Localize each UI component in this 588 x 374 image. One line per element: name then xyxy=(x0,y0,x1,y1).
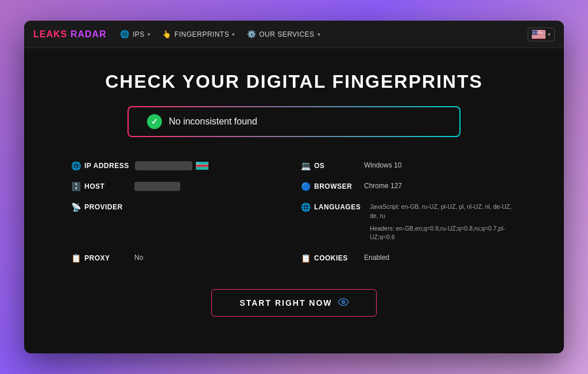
info-row-proxy: 📋 PROXY No xyxy=(64,248,294,268)
chevron-down-icon: ▾ xyxy=(148,32,151,37)
languages-label: 🌐 LANGUAGES xyxy=(301,202,364,212)
languages-value: JavaScript: en-GB, ru-UZ, pl-UZ, pl, nl-… xyxy=(370,202,517,242)
nav-item-services[interactable]: ⚙️ OUR SERVICES ▾ xyxy=(247,30,320,38)
svg-rect-4 xyxy=(532,34,546,35)
nav-label-fingerprints: FINGERPRINTS xyxy=(175,30,229,38)
ip-label-text: IP ADDRESS xyxy=(84,162,129,170)
brand-logo[interactable]: LEAKS RADAR xyxy=(33,29,106,40)
status-check-icon xyxy=(147,114,162,129)
brand-radar: RADAR xyxy=(67,29,106,39)
globe-icon: 🌐 xyxy=(120,30,130,38)
nav-items: 🌐 IPS ▾ 👆 FINGERPRINTS ▾ ⚙️ OUR SERVICES… xyxy=(120,30,514,38)
ip-blurred xyxy=(135,161,192,170)
cookies-label: 📋 COOKIES xyxy=(301,254,358,263)
language-selector[interactable]: ★★★★★★ ★★★★★ ★★★★★★ ▾ xyxy=(528,28,555,41)
brand-leaks: LEAKS xyxy=(33,29,67,39)
info-row-provider: 📡 PROVIDER xyxy=(64,197,294,248)
proxy-icon: 📋 xyxy=(71,254,81,263)
browser-icon: 🔵 xyxy=(301,182,311,191)
svg-rect-5 xyxy=(532,36,546,37)
main-content: CHECK YOUR DIGITAL FINGERPRINTS No incon… xyxy=(24,48,564,353)
provider-label: 📡 PROVIDER xyxy=(71,202,129,212)
svg-rect-6 xyxy=(532,37,546,38)
os-icon: 💻 xyxy=(301,161,311,170)
status-banner: No inconsistent found xyxy=(129,107,459,136)
host-label: 🗄️ HOST xyxy=(71,182,129,191)
proxy-label: 📋 PROXY xyxy=(71,254,129,263)
uzbekistan-flag-icon xyxy=(196,162,208,170)
info-row-ip: 🌐 IP ADDRESS xyxy=(64,155,294,176)
os-label-text: OS xyxy=(314,162,324,170)
provider-icon: 📡 xyxy=(71,202,81,212)
nav-item-ips[interactable]: 🌐 IPS ▾ xyxy=(120,30,150,38)
info-row-languages: 🌐 LANGUAGES JavaScript: en-GB, ru-UZ, pl… xyxy=(294,197,524,248)
browser-value: Chrome 127 xyxy=(364,182,402,190)
provider-label-text: PROVIDER xyxy=(84,203,123,211)
svg-point-20 xyxy=(343,302,344,303)
eye-icon xyxy=(338,298,349,308)
svg-rect-15 xyxy=(196,167,208,170)
page-title: CHECK YOUR DIGITAL FINGERPRINTS xyxy=(105,71,483,92)
host-blurred xyxy=(134,182,180,191)
start-button[interactable]: START RIGHT NOW xyxy=(211,289,376,317)
info-row-os: 💻 OS Windows 10 xyxy=(294,155,524,176)
us-flag-icon: ★★★★★★ ★★★★★ ★★★★★★ xyxy=(532,30,546,39)
os-value: Windows 10 xyxy=(364,161,401,169)
navbar: LEAKS RADAR 🌐 IPS ▾ 👆 FINGERPRINTS ▾ ⚙️ … xyxy=(24,21,564,48)
main-window: LEAKS RADAR 🌐 IPS ▾ 👆 FINGERPRINTS ▾ ⚙️ … xyxy=(24,21,564,353)
svg-text:★★★★★★: ★★★★★★ xyxy=(532,30,543,32)
flag-chevron-icon: ▾ xyxy=(548,32,551,37)
proxy-value: No xyxy=(134,254,143,262)
languages-icon: 🌐 xyxy=(301,202,311,212)
chevron-down-icon-2: ▾ xyxy=(232,32,235,37)
start-button-label: START RIGHT NOW xyxy=(239,298,332,307)
languages-js: JavaScript: en-GB, ru-UZ, pl-UZ, pl, nl-… xyxy=(370,202,517,221)
proxy-label-text: PROXY xyxy=(84,254,110,262)
status-banner-wrapper: No inconsistent found xyxy=(127,106,461,137)
ip-label: 🌐 IP ADDRESS xyxy=(71,161,129,170)
svg-point-18 xyxy=(198,162,199,163)
nav-label-ips: IPS xyxy=(133,30,145,38)
host-icon: 🗄️ xyxy=(71,182,81,191)
fingerprint-icon: 👆 xyxy=(162,30,172,38)
info-row-cookies: 📋 COOKIES Enabled xyxy=(294,248,524,268)
info-row-host: 🗄️ HOST xyxy=(64,176,294,197)
os-label: 💻 OS xyxy=(301,161,358,170)
chevron-down-icon-3: ▾ xyxy=(318,32,321,37)
nav-right: ★★★★★★ ★★★★★ ★★★★★★ ▾ xyxy=(528,28,555,41)
info-grid: 🌐 IP ADDRESS xyxy=(64,155,524,268)
cookies-label-text: COOKIES xyxy=(314,254,348,262)
nav-item-fingerprints[interactable]: 👆 FINGERPRINTS ▾ xyxy=(162,30,235,38)
host-label-text: HOST xyxy=(84,182,105,190)
languages-headers: Headers: en-GB,en;q=0.9,ru-UZ;q=0.8,ru;q… xyxy=(370,224,517,243)
svg-rect-16 xyxy=(196,165,208,167)
languages-label-text: LANGUAGES xyxy=(314,203,361,211)
cookies-icon: 📋 xyxy=(301,254,311,263)
services-icon: ⚙️ xyxy=(247,30,257,38)
browser-label: 🔵 BROWSER xyxy=(301,182,358,191)
host-value xyxy=(134,182,180,191)
globe-ip-icon: 🌐 xyxy=(71,161,81,170)
nav-label-services: OUR SERVICES xyxy=(259,30,314,38)
status-message: No inconsistent found xyxy=(169,116,257,127)
svg-rect-12 xyxy=(196,165,208,165)
cookies-value: Enabled xyxy=(364,254,389,262)
svg-rect-14 xyxy=(196,166,208,167)
browser-label-text: BROWSER xyxy=(314,182,352,190)
info-row-browser: 🔵 BROWSER Chrome 127 xyxy=(294,176,524,197)
ip-value xyxy=(135,161,208,170)
